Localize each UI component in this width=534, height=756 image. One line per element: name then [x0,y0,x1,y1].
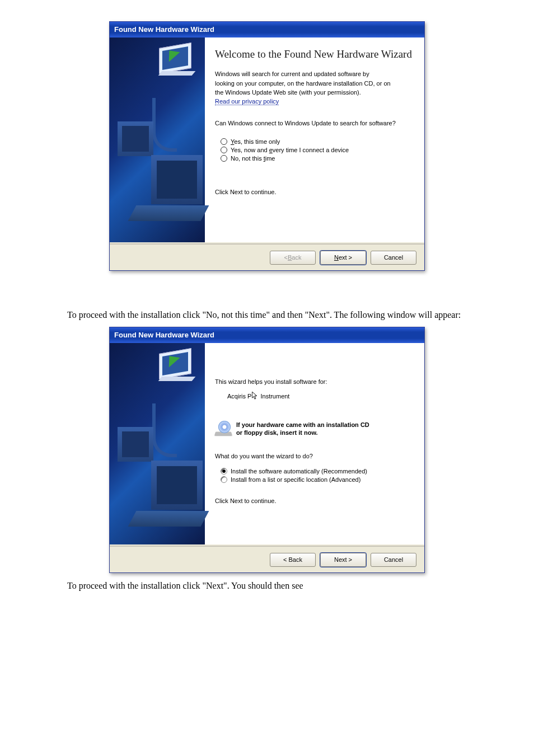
option-install-automatically[interactable]: Install the software automatically (Reco… [221,468,414,475]
option-label: Yes, this time only [231,138,280,145]
cancel-button[interactable]: Cancel [371,251,416,265]
next-button[interactable]: Next > [320,251,366,265]
intro-text: Windows will search for current and upda… [215,70,414,78]
wizard-footer: < Back Next > Cancel [110,546,424,572]
radio-icon[interactable] [221,147,227,153]
option-yes-this-time[interactable]: Yes, this time only [221,138,414,145]
option-no-not-this-time[interactable]: No, not this time [221,155,414,162]
hardware-wizard-2: Found New Hardware Wizard This wizard he… [109,327,425,573]
privacy-policy-link[interactable]: Read our privacy policy [215,98,279,105]
instruction-text-1: To proceed with the installation click "… [67,310,534,320]
window-title: Found New Hardware Wizard [110,327,424,343]
radio-icon[interactable] [221,468,227,475]
radio-icon[interactable] [221,155,227,162]
option-label: Install the software automatically (Reco… [231,468,367,475]
cursor-icon [252,392,258,400]
click-next-label: Click Next to continue. [215,497,414,505]
radio-icon[interactable] [221,138,227,145]
wizard-question: What do you want the wizard to do? [215,452,414,461]
instruction-text-2: To proceed with the installation click "… [67,581,534,591]
option-yes-every-time[interactable]: Yes, now and every time I connect a devi… [221,147,414,153]
hardware-wizard-1: Found New Hardware Wizard Welcome to the… [109,21,425,271]
connect-question: Can Windows connect to Windows Update to… [215,119,414,128]
next-button[interactable]: Next > [320,553,366,567]
wizard-side-graphic [110,37,205,242]
device-name: Acqiris P Instrument [227,392,414,401]
intro-text: This wizard helps you install software f… [215,378,414,386]
option-label: Install from a list or specific location… [231,476,360,483]
option-label: No, not this time [231,155,275,162]
wizard-footer: < Back Next > Cancel [110,244,424,270]
back-button: < Back [270,251,316,265]
click-next-label: Click Next to continue. [215,188,414,196]
back-button[interactable]: < Back [270,553,316,567]
wizard-heading: Welcome to the Found New Hardware Wizard [215,48,414,61]
radio-icon[interactable] [221,476,227,483]
cd-icon [215,421,231,436]
wizard-side-graphic [110,343,205,544]
insert-cd-hint: If your hardware came with an installati… [215,421,414,437]
window-title: Found New Hardware Wizard [110,22,424,37]
option-label: Yes, now and every time I connect a devi… [231,147,349,153]
cancel-button[interactable]: Cancel [371,553,416,567]
option-install-from-list[interactable]: Install from a list or specific location… [221,476,414,483]
